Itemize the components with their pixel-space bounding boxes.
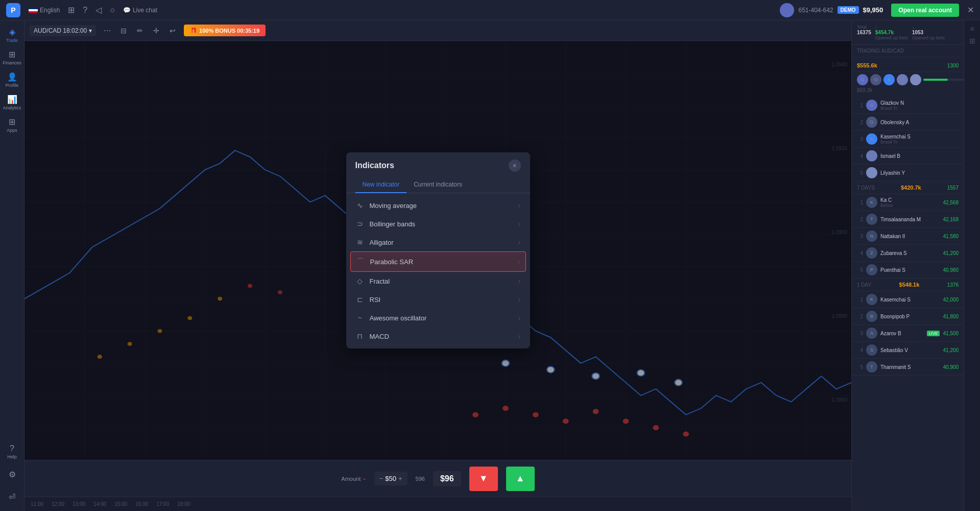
trader-row-ismael: 4 I Ismael B — [852, 148, 964, 165]
dropdown-icon: ▾ — [89, 27, 92, 34]
trader-row-kasemchai2: 1 K Kasemchai S 42,000 — [852, 291, 964, 308]
help-icon[interactable]: ? — [83, 6, 87, 15]
sidebar-item-profile[interactable]: 👤 Profile — [2, 69, 22, 90]
down-label: ↓ — [912, 25, 945, 30]
awesome-oscillator-icon: ~ — [355, 314, 365, 322]
trader-name-thammanit: Thammanit S — [880, 364, 940, 370]
time-label-3: 13:00 — [73, 501, 85, 507]
trade-label: Trade — [6, 38, 18, 43]
up-sublabel: Opened up bets — [875, 35, 908, 40]
indicator-rsi[interactable]: ⊏ RSI › — [346, 290, 530, 309]
trader-name-azarov: Azarov B — [880, 331, 924, 336]
payout-display: $96 — [433, 471, 461, 486]
trader-country-ka: Belize — [880, 203, 940, 208]
grid-icon[interactable]: ⊞ — [68, 5, 75, 15]
sidebar-item-settings[interactable]: ⚙ — [2, 464, 22, 484]
trader-info-thammanit: Thammanit S — [880, 364, 940, 370]
rank-3-7d: 3 — [857, 234, 863, 239]
modal-overlay[interactable]: Indicators × New indicator Current indic… — [25, 41, 851, 460]
trader-amount-thammanit: 40,900 — [943, 364, 959, 370]
user-avatar — [780, 3, 794, 17]
modal-header: Indicators × — [346, 152, 530, 172]
language-label: English — [40, 7, 60, 14]
pen-btn[interactable]: ✏ — [133, 24, 147, 38]
indicator-macd[interactable]: ⊓ MACD › — [346, 327, 530, 345]
amount-minus-btn[interactable]: − — [379, 475, 384, 482]
buy-button[interactable]: ▲ — [506, 467, 535, 491]
moving-average-icon: ∿ — [355, 201, 365, 210]
indicator-moving-average[interactable]: ∿ Moving average › — [346, 196, 530, 215]
time-label-1: 11:00 — [31, 501, 43, 507]
live-chat-btn[interactable]: 💬 Live chat — [123, 7, 157, 14]
right-sidebar: Total 16375 ↑ $454.7k Opened up bets ↓ 1… — [851, 20, 964, 511]
trader-row-glazkov: 1 G Glazkov N Brasil Tr — [852, 97, 964, 114]
indicator-parabolic-sar[interactable]: ⌒ Parabolic SAR › — [350, 251, 526, 272]
one-day-header: 1 DAY $548.1k 1376 — [852, 278, 964, 291]
menu-toggle-icon[interactable]: ≡ — [970, 25, 974, 33]
alligator-label: Alligator — [370, 239, 513, 246]
month-price-label: $69.3k — [852, 87, 964, 93]
trader-avatar-timsalaananda: T — [866, 214, 877, 225]
modal-close-button[interactable]: × — [509, 159, 521, 172]
indicator-fractal[interactable]: ◇ Fractal › — [346, 272, 530, 290]
trader-avatar-kasemchai2: K — [866, 294, 877, 305]
time-label-2: 12:00 — [52, 501, 64, 507]
tab-current-indicators[interactable]: Current indicators — [407, 177, 469, 193]
help-sidebar-icon: ? — [10, 444, 14, 453]
amount-plus-btn[interactable]: + — [398, 475, 402, 482]
trader-avatar-kasemchai: K — [866, 133, 877, 145]
tab-new-indicator[interactable]: New indicator — [355, 177, 407, 193]
language-selector[interactable]: English — [29, 7, 60, 14]
avatar-3: K — [883, 74, 895, 85]
line-btn[interactable]: ⊟ — [116, 24, 131, 38]
open-real-account-button[interactable]: Open real account — [891, 4, 959, 17]
rank-2-1d: 2 — [857, 314, 863, 319]
up-label: ↑ — [875, 25, 908, 30]
close-button[interactable]: ✕ — [967, 5, 974, 15]
payout-value: $96 — [440, 474, 454, 483]
analytics-icon: 📊 — [7, 95, 17, 104]
avatar-2: O — [870, 74, 881, 85]
trader-name-puenthai: Puenthai S — [880, 267, 940, 273]
trader-name-ismael: Ismael B — [880, 153, 959, 159]
indicator-bollinger-bands[interactable]: ⊃ Bollinger bands › — [346, 215, 530, 233]
trader-avatar-obolensky: O — [866, 117, 877, 128]
trader-amount-sebastiao: 41,200 — [943, 347, 959, 353]
sidebar-item-analytics[interactable]: 📊 Analytics — [2, 92, 22, 112]
left-sidebar: ◈ Trade ⊞ Finances 👤 Profile 📊 Analytics… — [0, 20, 25, 511]
sidebar-item-trade[interactable]: ◈ Trade — [2, 25, 22, 45]
asset-selector[interactable]: AUD/CAD 18:02:00 ▾ — [30, 25, 96, 36]
trader-info-zubareva: Zubareva S — [880, 250, 940, 256]
trader-info-timsalaananda: Timsalaananda M — [880, 217, 940, 222]
one-day-prize: $548.1k — [899, 282, 920, 288]
seven-day-reward: 1557 — [947, 185, 959, 191]
modal-title: Indicators — [355, 161, 394, 170]
bonus-button[interactable]: 🎁 100% BONUS 00:35:19 — [184, 25, 266, 36]
undo-btn[interactable]: ↩ — [165, 24, 180, 38]
bonus-label: 100% BONUS 00:35:19 — [199, 28, 259, 34]
sidebar-item-help[interactable]: ? Help — [2, 442, 22, 462]
sound-icon[interactable]: ◁ — [95, 5, 102, 15]
amount-minus: − — [363, 476, 366, 482]
rank-3: 3 — [857, 136, 863, 142]
expand-icon[interactable]: ⊞ — [969, 37, 975, 45]
indicator-awesome-oscillator[interactable]: ~ Awesome oscillator › — [346, 309, 530, 327]
sell-button[interactable]: ▼ — [469, 467, 498, 491]
trader-avatar-puenthai: P — [866, 264, 877, 275]
seven-day-header: 7 DAYS $420.7k 1557 — [852, 181, 964, 194]
live-chat-label: Live chat — [133, 7, 157, 14]
rsi-icon: ⊏ — [355, 295, 365, 304]
sidebar-item-apps[interactable]: ⊞ Apps — [2, 114, 22, 135]
notification-icon[interactable]: ○ — [110, 6, 115, 15]
finances-label: Finances — [3, 60, 21, 65]
sidebar-item-finances[interactable]: ⊞ Finances — [2, 47, 22, 67]
sidebar-item-logout[interactable]: ⏎ — [2, 486, 22, 507]
trader-info-obolensky: Obolensky A — [880, 120, 959, 125]
crosshair-btn[interactable]: ✛ — [149, 24, 163, 38]
trader-name-kasemchai2: Kasemchai S — [880, 297, 940, 303]
trader-amount-puenthai: 40,980 — [943, 267, 959, 273]
chart-type-btn[interactable]: ⋯ — [100, 24, 114, 38]
trader-amount-ka: 42,568 — [943, 200, 959, 205]
indicator-alligator[interactable]: ≋ Alligator › — [346, 233, 530, 251]
chart-area: AUD/CAD 18:02:00 ▾ ⋯ ⊟ ✏ ✛ ↩ 🎁 100% BONU… — [25, 20, 851, 511]
